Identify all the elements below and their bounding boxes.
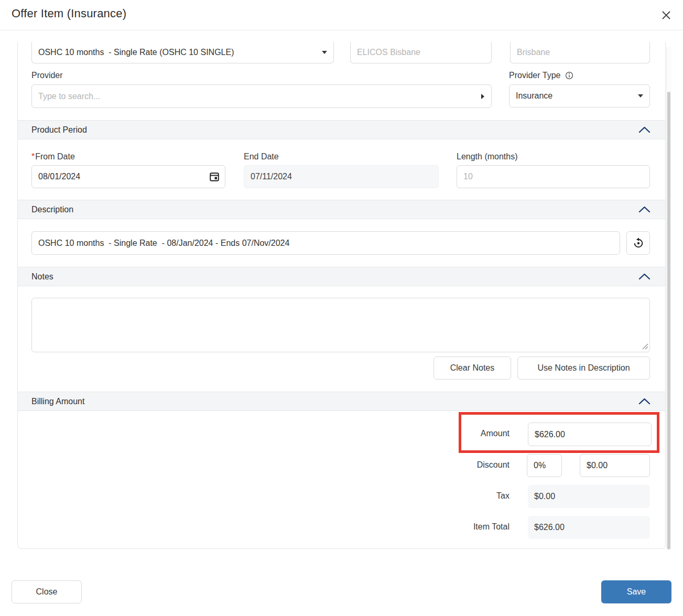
info-icon[interactable] xyxy=(565,71,573,80)
amount-input[interactable] xyxy=(528,423,652,446)
clear-notes-button[interactable]: Clear Notes xyxy=(433,356,511,380)
scrollbar-thumb[interactable] xyxy=(667,92,670,549)
section-header-product-period[interactable]: Product Period xyxy=(18,120,665,139)
length-field xyxy=(457,165,650,188)
page-title: Offer Item (Insurance) xyxy=(12,7,126,20)
from-date-label-row: *From Date xyxy=(31,152,75,161)
discount-percent-field xyxy=(527,454,562,477)
city-input[interactable] xyxy=(510,42,650,63)
provider-type-select[interactable]: Insurance xyxy=(509,84,650,107)
chevron-up-icon[interactable] xyxy=(638,398,651,405)
section-header-billing-amount[interactable]: Billing Amount xyxy=(18,392,665,411)
city-field xyxy=(510,42,650,63)
section-title: Description xyxy=(31,205,73,214)
offer-item-modal: Offer Item (Insurance) OSHC 10 months - … xyxy=(0,0,683,616)
item-total-value: $626.00 xyxy=(534,523,565,532)
end-date-field: 07/11/2024 xyxy=(244,165,439,188)
chevron-down-icon xyxy=(638,94,643,98)
provider-search-field xyxy=(31,84,492,108)
tax-field: $0.00 xyxy=(528,485,650,508)
section-title: Product Period xyxy=(31,125,87,135)
item-total-label: Item Total xyxy=(436,522,509,532)
campus-field xyxy=(350,42,492,63)
from-date-input[interactable] xyxy=(31,165,225,188)
discount-percent-input[interactable] xyxy=(527,454,562,477)
chevron-up-icon[interactable] xyxy=(638,273,651,280)
reset-icon xyxy=(633,237,644,249)
notes-textarea[interactable] xyxy=(31,298,650,352)
tax-label: Tax xyxy=(436,491,509,501)
header-divider xyxy=(0,30,683,30)
discount-label: Discount xyxy=(436,460,509,470)
discount-amount-input[interactable] xyxy=(580,454,650,477)
section-header-notes[interactable]: Notes xyxy=(18,267,665,286)
description-field xyxy=(31,231,620,255)
chevron-up-icon[interactable] xyxy=(638,206,651,213)
product-select-value: OSHC 10 months - Single Rate (OSHC 10 SI… xyxy=(38,48,234,57)
item-total-field: $626.00 xyxy=(528,516,650,539)
save-button[interactable]: Save xyxy=(601,580,671,603)
from-date-label: From Date xyxy=(35,152,75,161)
end-date-label: End Date xyxy=(244,152,279,161)
close-icon[interactable] xyxy=(657,6,675,24)
provider-type-label-row: Provider Type xyxy=(509,71,573,80)
length-label: Length (months) xyxy=(457,152,518,161)
x-glyph xyxy=(661,10,671,20)
use-notes-in-description-button[interactable]: Use Notes in Description xyxy=(517,356,650,380)
amount-label: Amount xyxy=(436,429,509,438)
end-date-value: 07/11/2024 xyxy=(251,172,292,181)
provider-label: Provider xyxy=(31,71,63,80)
campus-input[interactable] xyxy=(350,42,492,63)
section-header-description[interactable]: Description xyxy=(18,200,665,219)
description-input[interactable] xyxy=(31,231,620,255)
provider-type-value: Insurance xyxy=(516,91,552,101)
from-date-field xyxy=(31,165,225,188)
amount-field xyxy=(528,423,652,446)
length-input[interactable] xyxy=(457,165,650,188)
section-title: Notes xyxy=(31,272,53,282)
chevron-right-icon[interactable] xyxy=(481,94,484,99)
tax-value: $0.00 xyxy=(534,492,555,501)
chevron-up-icon[interactable] xyxy=(638,126,651,133)
discount-amount-field xyxy=(580,454,650,477)
close-button[interactable]: Close xyxy=(12,580,82,603)
calendar-icon[interactable] xyxy=(209,171,220,182)
required-asterisk: * xyxy=(31,152,35,161)
section-title: Billing Amount xyxy=(31,397,84,406)
chevron-down-icon xyxy=(322,51,327,54)
product-select[interactable]: OSHC 10 months - Single Rate (OSHC 10 SI… xyxy=(31,42,334,63)
reset-description-button[interactable] xyxy=(626,231,650,255)
form-card xyxy=(17,42,666,549)
provider-type-label: Provider Type xyxy=(509,71,560,80)
provider-search-input[interactable] xyxy=(31,84,492,108)
